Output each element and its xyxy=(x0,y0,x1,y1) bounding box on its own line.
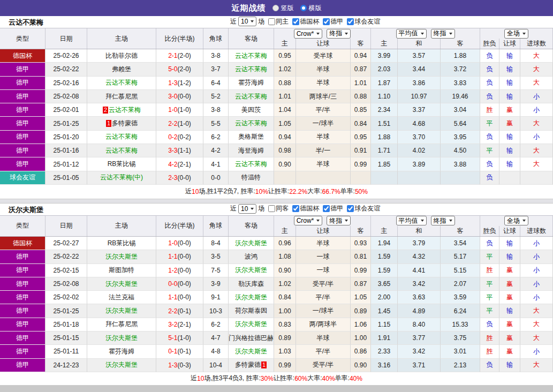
avg-away: 3.54 xyxy=(441,237,480,250)
scope-select[interactable]: 全场 xyxy=(504,216,528,225)
final-odds-select-2[interactable]: 终指 xyxy=(431,216,455,225)
same-home-checkbox[interactable]: 同主 xyxy=(266,17,289,26)
average-select[interactable]: 平均值 xyxy=(396,29,427,39)
goals-cell: 小 xyxy=(520,345,553,358)
scope-select[interactable]: 全场 xyxy=(504,29,528,39)
col-header-handicap-result: 让球 xyxy=(499,226,520,236)
checkbox[interactable] xyxy=(347,205,354,212)
away-team: 沃尔夫斯堡 xyxy=(229,318,274,331)
match-row: 德甲25-01-16云达不莱梅3-3(1-1)4-2海登海姆0.98半/一0.9… xyxy=(0,144,553,157)
avg-home: 1.88 xyxy=(371,131,398,144)
average-select[interactable]: 平均值 xyxy=(396,216,427,225)
avg-home: 1.10 xyxy=(371,90,398,103)
red-card-badge: 1 xyxy=(106,120,111,127)
match-count-select[interactable]: 10 xyxy=(238,17,256,26)
odds-handicap: 平/半 xyxy=(296,291,351,304)
avg-draw: 3.71 xyxy=(398,359,441,372)
away-team: 美因茨 xyxy=(229,103,274,117)
final-odds-select[interactable]: 终指 xyxy=(327,29,351,39)
goals-cell: 大 xyxy=(520,144,553,157)
full-time-score: 1-0 xyxy=(168,239,177,247)
away-team: 云达不莱梅 xyxy=(229,49,274,63)
home-team: RB莱比锡 xyxy=(87,157,156,171)
summary-segment: 单率: xyxy=(335,374,350,383)
result-cell: 负 xyxy=(480,171,499,185)
avg-away: 5.17 xyxy=(441,250,480,263)
odds-away: 0.91 xyxy=(351,144,371,157)
section-divider xyxy=(0,199,553,203)
summary-segment: 10% xyxy=(255,188,268,195)
match-row: 德甲25-02-012云达不莱梅1-0(1-0)3-8美因茨1.04平/半0.8… xyxy=(0,103,553,117)
chevron-down-icon xyxy=(251,20,254,22)
half-time-score: (0-0) xyxy=(178,93,191,100)
team-bar: 沃尔夫斯堡 近 10 场 同客 德国杯 德甲 球会友谊 xyxy=(0,203,553,215)
result-cell: 负 xyxy=(480,77,499,90)
avg-home xyxy=(371,171,398,185)
bookmaker-select[interactable]: Crow* xyxy=(294,29,323,39)
same-away-checkbox[interactable]: 同客 xyxy=(266,204,289,213)
goals-cell: 大 xyxy=(520,304,553,318)
radio-icon[interactable] xyxy=(272,5,279,11)
checkbox[interactable] xyxy=(268,18,275,25)
team-label: 云达不莱梅 xyxy=(235,119,267,128)
away-team: 波鸿 xyxy=(229,250,274,263)
chevron-down-icon xyxy=(316,33,320,35)
odds-handicap: 一/球半 xyxy=(296,117,351,130)
odds-handicap: 半球 xyxy=(296,63,351,76)
away-team: 奥格斯堡 xyxy=(229,131,274,144)
odds-home: 1.02 xyxy=(274,277,296,291)
avg-draw: 3.77 xyxy=(398,331,441,345)
filter-checkbox-friendly[interactable]: 球会友谊 xyxy=(345,17,380,26)
goals-cell: 小 xyxy=(520,264,553,277)
corner-score: 4-7 xyxy=(203,331,229,345)
league-type-badge: 德甲 xyxy=(0,345,46,358)
checkbox[interactable] xyxy=(323,205,330,212)
home-team: 斯图加特 xyxy=(87,264,156,277)
filter-controls: 近 10 场 同客 德国杯 德甲 球会友谊 xyxy=(230,204,380,214)
filter-checkbox-bundesliga[interactable]: 德甲 xyxy=(321,17,343,26)
odds-handicap: 半球 xyxy=(296,157,351,171)
result-cell: 平 xyxy=(480,117,499,130)
away-team: 沃尔夫斯堡 xyxy=(229,345,274,358)
radio-checked-icon[interactable] xyxy=(300,5,307,11)
result-cell: 胜 xyxy=(480,345,499,358)
handicap-result-cell: 赢 xyxy=(499,103,520,117)
match-date: 25-02-08 xyxy=(46,90,87,103)
checkbox[interactable] xyxy=(347,18,354,25)
corner-score: 9-1 xyxy=(203,291,229,304)
corner-score: 10-4 xyxy=(203,359,229,372)
home-team: 沃尔夫斯堡 xyxy=(87,304,156,318)
away-team: 云达不莱梅 xyxy=(229,90,274,103)
table-header: 类型 日期 主场 比分(半场) 角球 客场 Crow* 终指 主 让球 客 平均… xyxy=(0,28,553,49)
filter-checkbox-bundesliga[interactable]: 德甲 xyxy=(321,204,343,213)
team-label: 多特蒙德 xyxy=(235,360,261,370)
checkbox[interactable] xyxy=(323,18,330,25)
final-odds-select-2[interactable]: 终指 xyxy=(431,29,455,39)
checkbox[interactable] xyxy=(292,18,299,25)
filter-checkbox-friendly[interactable]: 球会友谊 xyxy=(345,204,380,213)
filter-checkbox-cup[interactable]: 德国杯 xyxy=(290,204,319,213)
col-header-corner: 角球 xyxy=(203,28,229,49)
checkbox[interactable] xyxy=(268,205,275,212)
away-team: 多特蒙德1 xyxy=(229,359,274,372)
final-odds-select[interactable]: 终指 xyxy=(327,216,351,225)
result-cell: 负 xyxy=(480,237,499,250)
col-header-odds-home: 主 xyxy=(274,39,296,49)
layout-radio-vertical[interactable]: 竖版 xyxy=(272,4,294,13)
match-count-select[interactable]: 10 xyxy=(238,204,256,214)
full-time-score: 0-2 xyxy=(168,133,177,141)
bookmaker-select[interactable]: Crow* xyxy=(294,216,323,225)
match-score: 2-3(0-0) xyxy=(156,171,203,185)
vertical-label: 竖版 xyxy=(281,4,294,13)
layout-radio-horizontal[interactable]: 横版 xyxy=(300,4,322,13)
summary-segment: 66.7% xyxy=(322,188,340,195)
average-odds-group: 平均值 终指 主 和 客 xyxy=(371,216,480,236)
home-team: 霍芬海姆 xyxy=(87,345,156,358)
filter-checkbox-cup[interactable]: 德国杯 xyxy=(290,17,319,26)
corner-score: 3-8 xyxy=(203,49,229,63)
checkbox[interactable] xyxy=(292,205,299,212)
team-label: RB莱比锡 xyxy=(108,160,136,169)
avg-away: 3.01 xyxy=(441,345,480,358)
col-header-date: 日期 xyxy=(46,216,87,236)
summary-segment: 40% xyxy=(350,375,362,382)
